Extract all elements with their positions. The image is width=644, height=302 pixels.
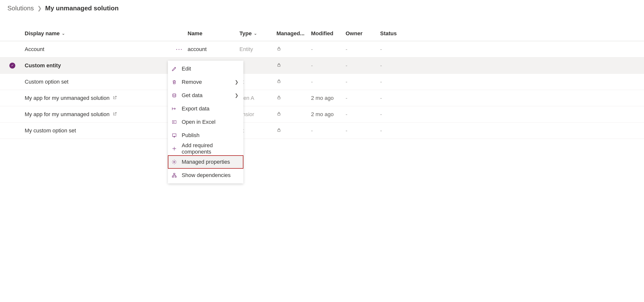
- menu-item-export-data[interactable]: Export data: [168, 102, 244, 115]
- menu-item-label: Get data: [182, 92, 230, 99]
- status-cell: -: [380, 95, 415, 101]
- selected-check-icon: [10, 63, 15, 69]
- column-header-managed[interactable]: Managed...: [276, 30, 311, 37]
- svg-rect-6: [172, 121, 176, 124]
- type-cell: ensior: [240, 111, 276, 118]
- excel-icon: [171, 120, 177, 125]
- menu-item-label: Export data: [182, 106, 238, 112]
- status-cell: -: [380, 79, 415, 85]
- chevron-right-icon: ❯: [235, 93, 238, 98]
- type-cell: iven A: [240, 95, 276, 101]
- display-name-cell[interactable]: My app for my unmanaged solution: [25, 111, 110, 118]
- menu-item-publish[interactable]: Publish: [168, 129, 244, 139]
- display-name-cell[interactable]: Account: [25, 46, 44, 52]
- menu-item-label: Remove: [182, 79, 230, 85]
- owner-cell: -: [346, 128, 380, 134]
- edit-icon: [171, 66, 177, 71]
- chevron-down-icon: ⌄: [62, 31, 65, 36]
- status-cell: -: [380, 128, 415, 134]
- owner-cell: -: [346, 111, 380, 118]
- display-name-cell[interactable]: Custom option set: [25, 79, 68, 85]
- owner-cell: -: [346, 62, 380, 69]
- name-cell: account: [188, 46, 240, 52]
- table-row[interactable]: Account···accountEntity---: [0, 41, 644, 57]
- owner-cell: -: [346, 46, 380, 52]
- display-name-cell[interactable]: My app for my unmanaged solution: [25, 95, 110, 101]
- external-link-icon: [112, 95, 117, 101]
- publish-icon: [171, 133, 177, 138]
- type-cell: et: [240, 128, 276, 134]
- table-row[interactable]: My app for my unmanaged solution···ensio…: [0, 106, 644, 123]
- managed-lock-icon: [276, 46, 311, 52]
- menu-item-label: Publish: [182, 132, 238, 139]
- table-header-row: Display name ⌄ Name Type ⌄ Managed... Mo…: [0, 26, 644, 41]
- column-header-name[interactable]: Name: [188, 30, 240, 37]
- chevron-down-icon: ⌄: [254, 31, 257, 36]
- managed-lock-icon: [276, 128, 311, 134]
- breadcrumb-current: My unmanaged solution: [45, 4, 119, 12]
- type-cell: Entity: [240, 46, 276, 52]
- managed-lock-icon: [276, 62, 311, 69]
- table-row[interactable]: My app for my unmanaged solution···iven …: [0, 90, 644, 106]
- status-cell: -: [380, 111, 415, 118]
- solution-components-table: Display name ⌄ Name Type ⌄ Managed... Mo…: [0, 26, 644, 139]
- modified-cell: -: [311, 62, 346, 69]
- column-header-status[interactable]: Status: [380, 30, 415, 37]
- status-cell: -: [380, 62, 415, 69]
- display-name-cell[interactable]: Custom entity: [25, 62, 61, 69]
- column-header-modified[interactable]: Modified: [311, 30, 346, 37]
- menu-item-edit[interactable]: Edit: [168, 62, 244, 75]
- menu-item-remove[interactable]: Remove❯: [168, 75, 244, 89]
- chevron-right-icon: ❯: [37, 5, 42, 11]
- menu-item-get-data[interactable]: Get data❯: [168, 89, 244, 102]
- modified-cell: -: [311, 128, 346, 134]
- type-cell: et: [240, 79, 276, 85]
- svg-rect-5: [278, 130, 280, 132]
- menu-item-open-in-excel[interactable]: Open in Excel: [168, 115, 244, 129]
- breadcrumb-root[interactable]: Solutions: [8, 4, 34, 12]
- status-cell: -: [380, 46, 415, 52]
- delete-icon: [171, 79, 177, 85]
- svg-rect-2: [278, 81, 280, 83]
- menu-item-label: Open in Excel: [182, 119, 238, 125]
- modified-cell: 2 mo ago: [311, 95, 346, 101]
- managed-lock-icon: [276, 95, 311, 101]
- owner-cell: -: [346, 79, 380, 85]
- export-icon: [171, 106, 177, 111]
- svg-rect-4: [278, 113, 280, 115]
- column-header-display-name[interactable]: Display name ⌄: [25, 30, 163, 37]
- external-link-icon: [112, 111, 117, 118]
- owner-cell: -: [346, 95, 380, 101]
- svg-rect-3: [278, 97, 280, 99]
- context-menu: EditRemove❯Get data❯Export dataOpen in E…: [168, 61, 244, 139]
- row-actions-button[interactable]: ···: [163, 45, 188, 53]
- table-row[interactable]: Custom option set···et---: [0, 74, 644, 90]
- column-header-type[interactable]: Type ⌄: [240, 30, 276, 37]
- modified-cell: -: [311, 46, 346, 52]
- modified-cell: 2 mo ago: [311, 111, 346, 118]
- chevron-right-icon: ❯: [235, 79, 238, 85]
- svg-rect-0: [278, 48, 280, 50]
- table-row[interactable]: My custom option set···et---: [0, 123, 644, 139]
- modified-cell: -: [311, 79, 346, 85]
- display-name-cell[interactable]: My custom option set: [25, 128, 76, 134]
- table-row[interactable]: Custom entity···---: [0, 57, 644, 74]
- managed-lock-icon: [276, 111, 311, 118]
- svg-rect-1: [278, 65, 280, 67]
- breadcrumb: Solutions ❯ My unmanaged solution: [0, 0, 644, 17]
- managed-lock-icon: [276, 79, 311, 85]
- menu-item-label: Edit: [182, 66, 238, 72]
- column-header-owner[interactable]: Owner: [346, 30, 380, 37]
- data-icon: [171, 93, 177, 98]
